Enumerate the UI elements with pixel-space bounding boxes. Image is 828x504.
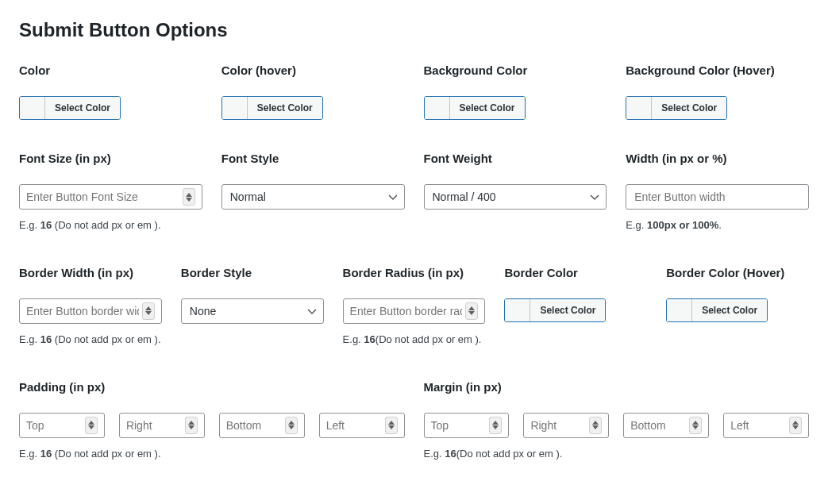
select-value: None (190, 305, 216, 317)
padding-right-input[interactable]: Right (119, 413, 205, 438)
label-border-color: Border Color (504, 266, 647, 279)
stepper-icon[interactable] (489, 417, 502, 434)
field-font-weight: Font Weight Normal / 400 (424, 152, 607, 210)
select-color-button[interactable]: Select Color (248, 97, 322, 119)
color-picker-border-hover[interactable]: Select Color (666, 298, 768, 322)
stepper-icon[interactable] (185, 417, 198, 434)
field-bg-color-hover: Background Color (Hover) Select Color (626, 63, 809, 120)
row-colors: Color Select Color Color (hover) Select … (19, 63, 809, 120)
stepper-icon[interactable] (183, 188, 195, 206)
row-spacing: Padding (in px) Top Right Bottom (19, 380, 809, 463)
label-border-radius: Border Radius (in px) (343, 266, 486, 279)
placeholder-text: Right (530, 419, 586, 432)
border-width-input[interactable]: Enter Button border wid (19, 298, 162, 324)
margin-bottom-input[interactable]: Bottom (623, 413, 709, 438)
border-style-select[interactable]: None (181, 298, 324, 324)
select-color-button[interactable]: Select Color (692, 299, 767, 321)
color-swatch-icon (667, 299, 692, 321)
field-border-style: Border Style None (181, 266, 324, 324)
chevron-down-icon (307, 305, 317, 317)
chevron-down-icon (388, 190, 398, 203)
hint-margin: E.g. 16(Do not add px or em ). (424, 446, 810, 463)
field-padding: Padding (in px) Top Right Bottom (19, 380, 405, 463)
margin-left-input[interactable]: Left (723, 413, 809, 438)
field-font-style: Font Style Normal (221, 152, 405, 210)
label-border-width: Border Width (in px) (19, 266, 162, 279)
color-swatch-icon (626, 97, 652, 119)
field-border-width: Border Width (in px) Enter Button border… (19, 266, 162, 348)
stepper-icon[interactable] (142, 302, 155, 320)
chevron-down-icon (590, 190, 599, 203)
field-margin: Margin (in px) Top Right Bottom (424, 380, 810, 463)
margin-right-input[interactable]: Right (523, 413, 609, 438)
label-border-color-hover: Border Color (Hover) (666, 266, 809, 279)
color-picker-color-hover[interactable]: Select Color (221, 96, 323, 120)
color-swatch-icon (222, 97, 248, 119)
stepper-icon[interactable] (589, 417, 602, 434)
label-color: Color (19, 63, 202, 77)
color-picker-color[interactable]: Select Color (19, 96, 121, 120)
hint-border-width: E.g. 16 (Do not add px or em ). (19, 332, 162, 348)
padding-top-input[interactable]: Top (19, 413, 105, 438)
field-bg-color: Background Color Select Color (424, 63, 607, 120)
page-title: Submit Button Options (19, 19, 809, 41)
select-color-button[interactable]: Select Color (530, 299, 605, 321)
stepper-icon[interactable] (285, 417, 298, 434)
hint-font-size: E.g. 16 (Do not add px or em ). (19, 217, 202, 234)
hint-width: E.g. 100px or 100%. (626, 217, 809, 234)
field-color-hover: Color (hover) Select Color (221, 63, 405, 120)
stepper-icon[interactable] (465, 302, 478, 320)
label-width: Width (in px or %) (626, 152, 809, 165)
placeholder-text: Right (126, 419, 182, 432)
color-picker-bg[interactable]: Select Color (424, 96, 526, 120)
hint-border-radius: E.g. 16(Do not add px or em ). (343, 332, 486, 348)
field-width: Width (in px or %) E.g. 100px or 100%. (626, 152, 809, 234)
color-picker-border[interactable]: Select Color (504, 298, 606, 322)
label-font-size: Font Size (in px) (19, 152, 202, 165)
stepper-icon[interactable] (689, 417, 702, 434)
margin-group: Top Right Bottom (424, 413, 810, 438)
select-color-button[interactable]: Select Color (450, 97, 525, 119)
label-padding: Padding (in px) (19, 380, 405, 394)
margin-top-input[interactable]: Top (424, 413, 510, 438)
placeholder-text: Enter Button Font Size (26, 190, 179, 203)
label-margin: Margin (in px) (424, 380, 810, 394)
placeholder-text: Left (730, 419, 786, 432)
stepper-icon[interactable] (385, 417, 398, 434)
padding-left-input[interactable]: Left (319, 413, 405, 438)
color-swatch-icon (425, 97, 450, 119)
padding-group: Top Right Bottom (19, 413, 405, 438)
field-font-size: Font Size (in px) Enter Button Font Size… (19, 152, 202, 234)
border-radius-input[interactable]: Enter Button border rad (343, 298, 486, 324)
color-picker-bg-hover[interactable]: Select Color (626, 96, 727, 120)
stepper-icon[interactable] (85, 417, 98, 434)
hint-padding: E.g. 16 (Do not add px or em ). (19, 446, 405, 463)
select-color-button[interactable]: Select Color (45, 97, 120, 119)
row-border: Border Width (in px) Enter Button border… (19, 266, 809, 348)
color-swatch-icon (20, 97, 45, 119)
placeholder-text: Left (326, 419, 382, 432)
color-swatch-icon (505, 299, 530, 321)
label-color-hover: Color (hover) (221, 63, 405, 77)
font-style-select[interactable]: Normal (221, 184, 405, 210)
stepper-icon[interactable] (789, 417, 802, 434)
placeholder-text: Top (431, 419, 487, 432)
placeholder-text: Enter Button border wid (26, 305, 139, 317)
select-value: Normal (230, 190, 266, 203)
field-border-radius: Border Radius (in px) Enter Button borde… (343, 266, 486, 348)
row-font: Font Size (in px) Enter Button Font Size… (19, 152, 809, 234)
label-font-weight: Font Weight (424, 152, 607, 165)
field-border-color-hover: Border Color (Hover) Select Color (666, 266, 809, 322)
select-color-button[interactable]: Select Color (652, 97, 726, 119)
width-input[interactable] (626, 184, 809, 210)
label-font-style: Font Style (221, 152, 405, 165)
label-bg-color: Background Color (424, 63, 607, 77)
field-color: Color Select Color (19, 63, 202, 120)
font-size-input[interactable]: Enter Button Font Size (19, 184, 202, 210)
placeholder-text: Top (26, 419, 82, 432)
label-border-style: Border Style (181, 266, 324, 279)
padding-bottom-input[interactable]: Bottom (219, 413, 305, 438)
placeholder-text: Bottom (226, 419, 282, 432)
font-weight-select[interactable]: Normal / 400 (424, 184, 607, 210)
placeholder-text: Enter Button border rad (350, 305, 463, 317)
